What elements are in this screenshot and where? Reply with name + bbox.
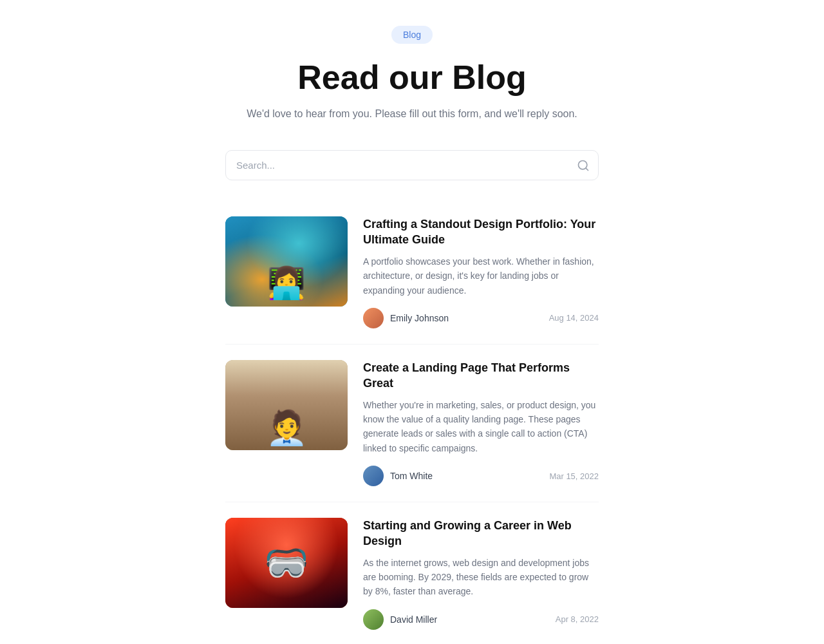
blog-card[interactable]: Starting and Growing a Career in Web Des… (225, 502, 599, 644)
post-image (225, 360, 348, 450)
blog-meta: Emily Johnson Aug 14, 2024 (363, 308, 599, 328)
page-header: Read our Blog We'd love to hear from you… (247, 59, 577, 140)
search-input[interactable] (225, 150, 599, 180)
blog-post-excerpt: Whether you're in marketing, sales, or p… (363, 398, 599, 456)
svg-line-1 (586, 168, 588, 171)
post-date: Aug 14, 2024 (549, 313, 599, 323)
post-image (225, 518, 348, 608)
search-button[interactable] (577, 159, 590, 172)
blog-content: Create a Landing Page That Performs Grea… (363, 360, 599, 486)
author-name: David Miller (390, 614, 437, 625)
blog-post-title: Crafting a Standout Design Portfolio: Yo… (363, 216, 599, 248)
post-date: Mar 15, 2022 (549, 471, 599, 481)
avatar (363, 609, 384, 630)
blog-content: Starting and Growing a Career in Web Des… (363, 518, 599, 630)
blog-post-title: Starting and Growing a Career in Web Des… (363, 518, 599, 549)
search-icon (577, 159, 590, 172)
blog-meta: Tom White Mar 15, 2022 (363, 466, 599, 486)
blog-card[interactable]: Crafting a Standout Design Portfolio: Yo… (225, 201, 599, 345)
post-image (225, 216, 348, 307)
blog-post-excerpt: As the internet grows, web design and de… (363, 556, 599, 599)
blog-post-title: Create a Landing Page That Performs Grea… (363, 360, 599, 392)
blog-post-excerpt: A portfolio showcases your best work. Wh… (363, 254, 599, 298)
search-container (225, 150, 599, 180)
author-name: Emily Johnson (390, 313, 449, 323)
blog-meta: David Miller Apr 8, 2022 (363, 609, 599, 630)
author-info: Tom White (363, 466, 433, 486)
blog-card[interactable]: Create a Landing Page That Performs Grea… (225, 345, 599, 502)
blog-content: Crafting a Standout Design Portfolio: Yo… (363, 216, 599, 328)
avatar (363, 308, 384, 328)
author-info: Emily Johnson (363, 308, 449, 328)
author-info: David Miller (363, 609, 437, 630)
page-title: Read our Blog (247, 59, 577, 96)
avatar (363, 466, 384, 486)
author-name: Tom White (390, 471, 433, 481)
blog-list: Crafting a Standout Design Portfolio: Yo… (225, 201, 599, 644)
page-subtitle: We'd love to hear from you. Please fill … (247, 106, 577, 122)
post-date: Apr 8, 2022 (556, 614, 599, 624)
blog-badge: Blog (391, 26, 433, 44)
